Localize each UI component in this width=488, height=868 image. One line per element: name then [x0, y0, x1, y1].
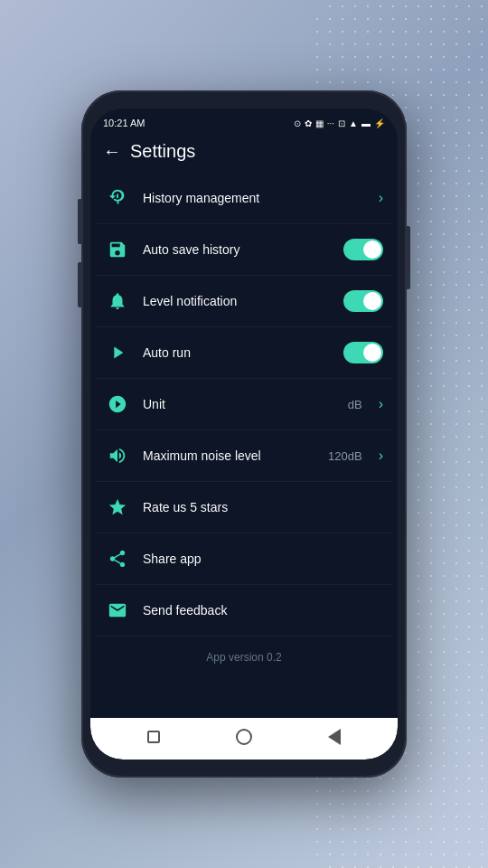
- rate-us-label: Rate us 5 stars: [143, 500, 383, 514]
- more-icon: ···: [327, 118, 334, 128]
- phone-frame: 10:21 AM ⊙ ✿ ▦ ··· ⊡ ▲ ▬ ⚡ ← Settings: [81, 90, 407, 778]
- settings-item-send-feedback[interactable]: Send feedback: [96, 585, 392, 637]
- settings-item-max-noise-level[interactable]: Maximum noise level 120dB ›: [96, 430, 392, 482]
- speaker-icon: [105, 443, 130, 468]
- history-management-label: History management: [143, 191, 366, 205]
- app-version: App version 0.2: [96, 637, 392, 671]
- level-notification-toggle[interactable]: [343, 290, 383, 312]
- toggle-knob: [363, 241, 381, 259]
- star-icon: [105, 495, 130, 520]
- settings-item-rate-us[interactable]: Rate us 5 stars: [96, 482, 392, 533]
- max-noise-value: 120dB: [328, 449, 362, 463]
- status-time: 10:21 AM: [103, 118, 145, 128]
- unit-value: dB: [348, 398, 362, 411]
- auto-run-toggle[interactable]: [343, 342, 383, 363]
- share-app-label: Share app: [143, 552, 383, 566]
- screen-icon: ⊡: [338, 118, 345, 128]
- settings-item-auto-save-history[interactable]: Auto save history: [96, 224, 392, 276]
- location-icon: ⊙: [294, 118, 301, 128]
- battery-icon: ▬: [361, 118, 371, 128]
- play-icon: [105, 340, 130, 365]
- auto-run-label: Auto run: [143, 345, 331, 360]
- nav-triangle-icon: [328, 729, 341, 745]
- notification-bell-icon: [105, 288, 130, 314]
- back-button[interactable]: ←: [103, 141, 121, 162]
- notification-icon: ▦: [315, 118, 324, 128]
- nav-recent-button[interactable]: [144, 727, 164, 747]
- settings-item-auto-run[interactable]: Auto run: [96, 327, 392, 379]
- toggle-knob-2: [363, 292, 381, 310]
- settings-item-unit[interactable]: Unit dB ›: [96, 379, 392, 430]
- max-noise-chevron: ›: [379, 448, 383, 464]
- unit-label: Unit: [143, 397, 335, 411]
- nav-back-button[interactable]: [324, 727, 344, 747]
- settings-item-history-management[interactable]: History management ›: [96, 173, 392, 224]
- page-title: Settings: [130, 141, 195, 162]
- settings-item-level-notification[interactable]: Level notification: [96, 276, 392, 327]
- settings-icon: ✿: [305, 118, 312, 128]
- save-icon: [105, 237, 130, 262]
- unit-chevron: ›: [379, 396, 383, 412]
- history-management-chevron: ›: [379, 190, 383, 206]
- history-icon: [105, 185, 130, 211]
- max-noise-label: Maximum noise level: [143, 448, 315, 463]
- unit-icon: [105, 392, 130, 417]
- charge-icon: ⚡: [374, 118, 385, 128]
- toggle-knob-3: [363, 344, 381, 362]
- mail-icon: [105, 598, 130, 623]
- share-icon: [105, 546, 130, 571]
- bottom-nav: [90, 718, 398, 760]
- settings-list: History management › Auto save history: [90, 173, 398, 718]
- nav-circle-icon: [236, 729, 252, 745]
- settings-item-share-app[interactable]: Share app: [96, 533, 392, 585]
- auto-save-toggle[interactable]: [343, 239, 383, 260]
- status-bar: 10:21 AM ⊙ ✿ ▦ ··· ⊡ ▲ ▬ ⚡: [90, 108, 398, 134]
- phone-screen: 10:21 AM ⊙ ✿ ▦ ··· ⊡ ▲ ▬ ⚡ ← Settings: [90, 108, 398, 760]
- top-bar: ← Settings: [90, 134, 398, 173]
- nav-home-button[interactable]: [234, 727, 254, 747]
- wifi-icon: ▲: [349, 118, 358, 128]
- level-notification-label: Level notification: [143, 294, 331, 308]
- send-feedback-label: Send feedback: [143, 603, 383, 618]
- nav-square-icon: [147, 731, 160, 743]
- status-icons: ⊙ ✿ ▦ ··· ⊡ ▲ ▬ ⚡: [294, 118, 385, 128]
- auto-save-label: Auto save history: [143, 242, 331, 257]
